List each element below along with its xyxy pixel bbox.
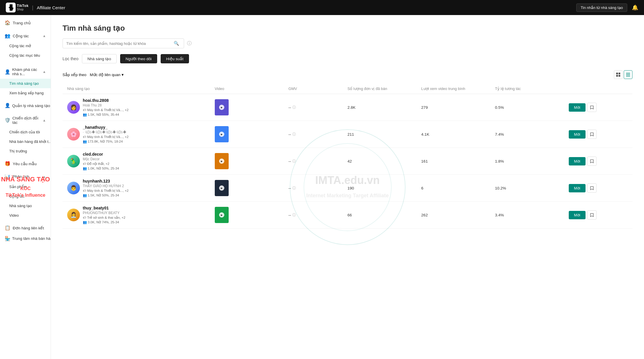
trung-tam-icon: 🏪 — [5, 236, 10, 241]
sort-section: Sắp xếp theo Mức độ liên quan ▾ — [63, 70, 632, 79]
creators-list: 👩 hoai.thu.2808 Hoài Thu 28 🏷 Máy tính &… — [63, 94, 632, 229]
sidebar-item-cong-tac-ph[interactable]: Cộng tác — [0, 192, 51, 201]
sidebar-group-cong-tac-header[interactable]: 👥 Cộng tác ▲ — [0, 30, 51, 41]
kham-pha-chevron: ▲ — [43, 70, 46, 74]
sidebar: 🏠 Trang chủ 👥 Cộng tác ▲ Cộng tác mở Cộn… — [0, 15, 51, 359]
sidebar-item-trung-tam[interactable]: 🏪 Trung tâm nhà bán hàng — [0, 233, 51, 244]
sort-value: Mức độ liên quan — [90, 72, 120, 77]
invite-btn-4[interactable]: Mời — [569, 184, 586, 192]
filter-tab-hieu-suat[interactable]: Hiệu suất — [161, 54, 189, 63]
gmv-info-icon-1[interactable]: ⓘ — [292, 105, 296, 110]
sidebar-item-quan-ly[interactable]: 👤 Quản lý nhà sáng tạo — [0, 100, 51, 111]
video-thumb-4[interactable]: ▶ — [215, 180, 229, 196]
notification-button[interactable]: Tin nhắn từ nhà sáng tạo — [576, 3, 627, 12]
gmv-value-1: -- — [289, 105, 291, 110]
views-value-1: 279 — [421, 105, 495, 110]
chien-dich-chevron: ▲ — [43, 118, 46, 122]
grid-view-btn[interactable] — [614, 70, 623, 79]
creator-audience-4: 👥 1.5K, Nữ 50%, 25-34 — [83, 193, 129, 197]
tag-icon-1: 🏷 — [83, 108, 86, 112]
tim-nha-sang-tao-label: Tìm nhà sáng tạo — [9, 81, 39, 86]
video-thumb-5[interactable]: ▶ — [215, 207, 229, 223]
audience-icon-4: 👥 — [83, 193, 87, 197]
nha-sang-tao-ph-label: Nhà sáng tạo — [9, 204, 32, 208]
save-btn-2[interactable] — [587, 130, 597, 139]
svg-rect-4 — [626, 73, 630, 73]
sidebar-item-tim-nha-sang-tao[interactable]: Tìm nhà sáng tạo — [0, 79, 51, 88]
sidebar-group-phan-tich: 📊 Phân tích ▲ Sản phẩm Cộng tác Nhà sáng… — [0, 169, 51, 222]
save-btn-1[interactable] — [587, 103, 597, 112]
yeu-cau-mau-icon: 🎁 — [5, 161, 10, 166]
invite-btn-2[interactable]: Mời — [569, 130, 586, 139]
sidebar-item-don-hang[interactable]: 📋 Đơn hàng liên kết — [0, 222, 51, 233]
filter-section: Lọc theo Nhà sáng tạo Người theo dõi Hiệ… — [63, 54, 632, 63]
video-thumb-3[interactable]: ▶ — [215, 153, 229, 169]
audience-icon-2: 👥 — [83, 139, 87, 143]
sidebar-item-chien-dich-cua-toi[interactable]: Chiến dịch của tôi — [0, 127, 51, 137]
video-play-4: ▶ — [219, 185, 224, 191]
filter-tab-nguoi-theo-doi[interactable]: Người theo dõi — [120, 54, 157, 63]
gmv-info-icon-5[interactable]: ⓘ — [292, 213, 296, 218]
xem-bang-xep-hang-label: Xem bảng xếp hạng — [9, 91, 44, 95]
sidebar-group-chien-dich-header[interactable]: 🛡️ Chiến dịch đối tác ▲ — [0, 113, 51, 127]
don-hang-label: Đơn hàng liên kết — [13, 226, 44, 230]
sort-chevron-icon: ▾ — [122, 72, 124, 77]
search-input[interactable] — [66, 41, 174, 46]
sidebar-item-cong-tac-muc-tieu[interactable]: Cộng tác mục tiêu — [0, 51, 51, 60]
header-left: TikTok Shop | Affiliate Center — [6, 3, 65, 12]
yeu-cau-mau-label: Yêu cầu mẫu — [13, 161, 37, 166]
invite-btn-1[interactable]: Mời — [569, 103, 586, 112]
gmv-cell-1: -- ⓘ — [289, 105, 348, 110]
rate-value-4: 10.2% — [495, 186, 569, 190]
sidebar-item-nha-sang-tao-ph[interactable]: Nhà sáng tạo — [0, 201, 51, 211]
help-icon[interactable]: ⓘ — [187, 40, 192, 47]
invite-btn-5[interactable]: Mời — [569, 211, 586, 219]
bell-icon[interactable]: 🔔 — [632, 4, 638, 11]
creator-username-3: cled.decor — [83, 152, 119, 157]
video-thumb-1[interactable]: ▶ — [215, 99, 229, 115]
list-view-btn[interactable] — [624, 70, 632, 79]
sidebar-item-thi-truong[interactable]: Thị trường — [0, 146, 51, 156]
sidebar-item-yeu-cau-mau[interactable]: 🎁 Yêu cầu mẫu — [0, 158, 51, 169]
sidebar-item-san-pham[interactable]: Sản phẩm — [0, 182, 51, 192]
creator-info-5: 👩‍💼 thuy_beaty01 PHUONGTHUY BEATY 🏷 Trẻ … — [67, 206, 215, 224]
sidebar-home-label: Trang chủ — [13, 21, 31, 25]
col-rate: Tỷ lệ tương tác — [495, 86, 569, 91]
video-thumb-2[interactable]: ▶ — [215, 126, 229, 142]
main-content: Tìm nhà sáng tạo 🔍 ⓘ Lọc theo Nhà sáng t… — [51, 15, 644, 359]
creator-handle-2: · ꧁꧂✦꧁꧂✦꧁꧂✦꧁꧂✦ — [83, 130, 129, 134]
sidebar-item-xem-bang-xep-hang[interactable]: Xem bảng xếp hạng — [0, 88, 51, 98]
gmv-info-icon-4[interactable]: ⓘ — [292, 186, 296, 191]
filter-tab-nha-sang-tao[interactable]: Nhà sáng tạo — [82, 54, 117, 63]
creator-info-3: 🦜 cled.decor Mộc Decor 🏷 Đồ nội thất, +2… — [67, 152, 215, 170]
creators-table: Nhà sáng tạo Video GMV Số lượng đơn vị đ… — [63, 84, 632, 229]
sidebar-group-kham-pha-header[interactable]: 👤 Khám phá các nhà s... ▲ — [0, 65, 51, 79]
audience-icon-5: 👥 — [83, 220, 87, 224]
sidebar-item-cong-tac-mo[interactable]: Cộng tác mở — [0, 41, 51, 51]
quan-ly-label: Quản lý nhà sáng tạo — [12, 103, 50, 108]
action-cell-1: Mời — [569, 103, 628, 112]
svg-rect-5 — [626, 74, 630, 75]
sidebar-item-home[interactable]: 🏠 Trang chủ — [0, 17, 51, 28]
invite-btn-3[interactable]: Mời — [569, 157, 586, 165]
phan-tich-chevron: ▲ — [43, 175, 46, 179]
creator-handle-5: PHUONGTHUY BEATY — [83, 211, 125, 215]
sidebar-item-video[interactable]: Video — [0, 211, 51, 220]
avatar-4: 👨 — [67, 182, 80, 194]
svg-rect-3 — [619, 75, 620, 77]
sort-select[interactable]: Sắp xếp theo Mức độ liên quan ▾ — [63, 72, 124, 77]
avatar-3: 🦜 — [67, 155, 80, 167]
gmv-info-icon-2[interactable]: ⓘ — [292, 132, 296, 137]
quan-ly-icon: 👤 — [5, 103, 10, 108]
rate-value-3: 1.8% — [495, 159, 569, 163]
orders-value-3: 42 — [347, 159, 421, 163]
col-gmv: GMV — [289, 86, 348, 91]
save-btn-3[interactable] — [587, 157, 597, 166]
gmv-info-icon-3[interactable]: ⓘ — [292, 159, 296, 164]
save-btn-5[interactable] — [587, 210, 597, 220]
sidebar-group-phan-tich-header[interactable]: 📊 Phân tích ▲ — [0, 171, 51, 182]
save-btn-4[interactable] — [587, 183, 597, 193]
sidebar-item-nha-ban-hang[interactable]: Nhà bán hàng đã khởi t... — [0, 137, 51, 146]
creator-info-4: 👨 huynhanh.123 THẦY GIÁO HỌ HUỲNH 2 🏷 Má… — [67, 179, 215, 197]
sidebar-sub-phan-tich: Sản phẩm Cộng tác Nhà sáng tạo Video — [0, 182, 51, 220]
